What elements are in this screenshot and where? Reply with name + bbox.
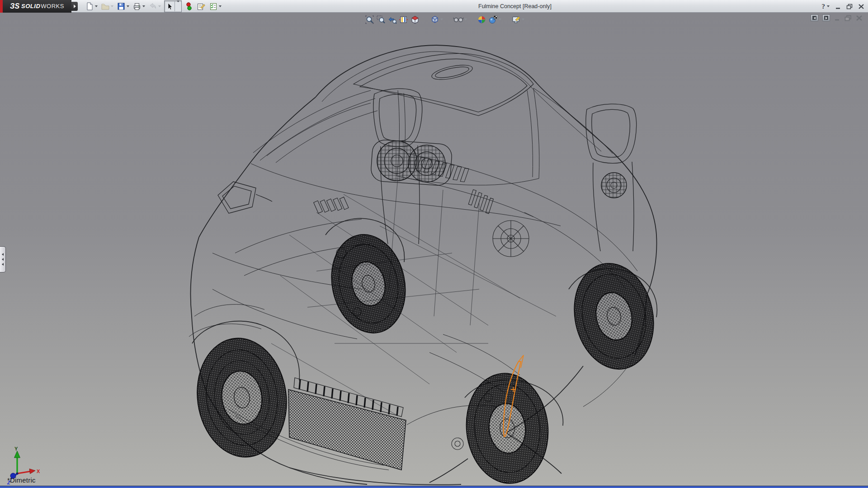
zoom-to-fit-button[interactable] <box>364 14 375 25</box>
help-dropdown-icon[interactable] <box>827 5 830 7</box>
side-mirror <box>218 182 272 213</box>
window-title: Fulmine Concept [Read-only] <box>478 0 552 13</box>
select-tool-button[interactable] <box>164 0 182 12</box>
wheel-rear-left <box>323 228 414 340</box>
app-restore-button[interactable] <box>846 4 853 9</box>
eyeglasses-icon <box>453 15 464 24</box>
apply-scene-button[interactable] <box>488 14 502 25</box>
solidworks-logo[interactable]: ЗS SOLID WORKS <box>3 0 71 13</box>
solidworks-logo-light: WORKS <box>41 3 64 9</box>
collapse-left-panel-button[interactable] <box>811 14 818 21</box>
select-dropdown-cell[interactable] <box>175 1 180 11</box>
collapse-arrow-icon <box>2 263 4 266</box>
appearance-ball-icon <box>477 15 486 24</box>
doc-restore-button[interactable] <box>844 15 852 21</box>
previous-view-icon <box>387 15 397 24</box>
view-orientation-icon <box>430 14 440 24</box>
print-icon <box>132 2 142 11</box>
collapse-arrow-icon <box>2 258 4 261</box>
section-view-cube-icon <box>410 15 420 24</box>
previous-view-button[interactable] <box>387 14 397 25</box>
new-document-dropdown-icon[interactable] <box>95 5 98 7</box>
hide-show-items-button[interactable] <box>453 14 467 24</box>
feature-manager-collapsed-tab[interactable] <box>0 246 6 272</box>
collapse-left-panel-icon <box>812 16 816 20</box>
minimize-icon <box>835 4 841 9</box>
save-button[interactable] <box>116 1 130 11</box>
open-document-icon <box>101 2 110 11</box>
expand-right-panel-button[interactable] <box>822 14 830 21</box>
view-settings-icon <box>511 15 521 24</box>
edit-appearance-button[interactable] <box>476 14 487 25</box>
side-lamp <box>601 173 627 198</box>
doc-restore-icon <box>844 15 852 21</box>
select-cursor-icon <box>165 2 174 10</box>
expand-right-panel-icon <box>824 16 828 20</box>
doc-close-icon <box>856 15 863 21</box>
doc-minimize-icon <box>834 15 840 21</box>
save-icon <box>117 2 126 11</box>
save-dropdown-icon[interactable] <box>127 5 129 7</box>
heads-up-view-toolbar <box>364 14 526 25</box>
select-dropdown-icon <box>177 0 179 10</box>
view-orientation-button[interactable] <box>429 14 443 25</box>
title-bar: ЗS SOLID WORKS <box>0 0 868 13</box>
solidworks-window: ЗS SOLID WORKS <box>0 0 868 488</box>
graphics-viewport[interactable]: Y X Z *Dimetric <box>0 13 868 486</box>
bottom-edge-strip <box>0 486 868 488</box>
front-grille <box>288 378 406 470</box>
doc-minimize-button[interactable] <box>834 15 840 21</box>
rebuild-icon <box>185 2 193 11</box>
wheel-front-left <box>190 333 294 463</box>
options-button[interactable] <box>208 1 222 11</box>
solidworks-logo-glyph: ЗS <box>10 2 19 10</box>
standard-toolbar <box>84 0 222 12</box>
options-dropdown-icon[interactable] <box>219 5 222 7</box>
help-icon: ? <box>822 3 826 10</box>
apply-scene-dropdown-icon[interactable] <box>499 19 501 20</box>
file-properties-icon <box>196 2 206 11</box>
wheel-front-right <box>461 369 554 486</box>
undo-dropdown-icon <box>158 5 161 7</box>
wheel-rear-right <box>565 256 663 377</box>
close-icon <box>858 4 864 9</box>
open-document-dropdown-icon <box>111 5 113 7</box>
view-settings-dropdown-icon[interactable] <box>522 19 524 20</box>
options-icon <box>209 2 218 11</box>
wireframe-car-model[interactable] <box>0 13 868 486</box>
print-dropdown-icon[interactable] <box>142 5 145 7</box>
y-axis-label: Y <box>14 446 18 451</box>
document-window-controls <box>811 14 863 21</box>
restore-icon <box>846 4 853 9</box>
new-document-icon <box>85 2 94 11</box>
help-button[interactable]: ? <box>822 3 830 10</box>
section-view-stripes-icon <box>399 15 408 24</box>
view-orientation-dropdown-icon[interactable] <box>440 19 443 20</box>
undo-button[interactable] <box>147 1 162 11</box>
section-view-stripes-button[interactable] <box>398 14 409 25</box>
app-close-button[interactable] <box>858 4 864 9</box>
file-properties-button[interactable] <box>195 1 207 11</box>
hide-show-dropdown-icon[interactable] <box>464 19 467 20</box>
undo-icon <box>148 2 157 11</box>
y-axis-arrow <box>14 451 20 458</box>
x-axis-label: X <box>37 469 40 474</box>
apply-scene-icon <box>488 15 498 24</box>
doc-close-button[interactable] <box>856 15 863 21</box>
solidworks-logo-bold: SOLID <box>21 3 40 9</box>
print-button[interactable] <box>132 1 146 11</box>
view-settings-button[interactable] <box>511 14 525 25</box>
zoom-to-area-icon <box>376 15 386 24</box>
new-document-button[interactable] <box>84 1 99 11</box>
menu-expand-icon <box>74 5 76 8</box>
collapse-arrow-icon <box>2 253 4 256</box>
section-view-cube-button[interactable] <box>410 14 420 25</box>
open-document-button[interactable] <box>100 1 114 11</box>
x-axis-arrow <box>29 469 35 474</box>
rebuild-button[interactable] <box>184 1 194 11</box>
zoom-to-area-button[interactable] <box>376 14 386 25</box>
app-minimize-button[interactable] <box>835 4 841 9</box>
menu-expand-button[interactable] <box>71 2 78 11</box>
app-window-controls: ? <box>822 0 865 13</box>
view-orientation-label: *Dimetric <box>7 476 36 484</box>
